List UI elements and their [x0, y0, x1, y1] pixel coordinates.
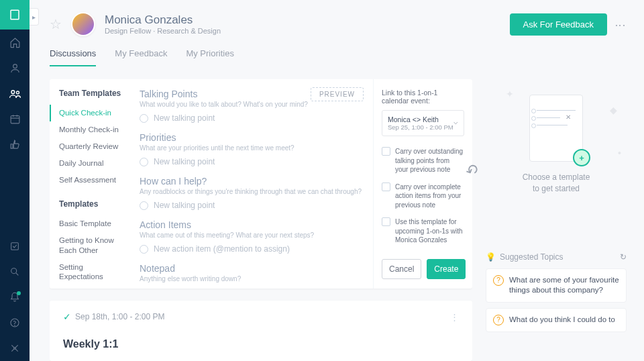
- svg-line-14: [16, 273, 19, 276]
- circle-icon: [140, 114, 148, 123]
- home-icon[interactable]: [0, 30, 30, 55]
- person-name: Monica Gonzales: [105, 13, 221, 27]
- tpl-quarterly-review[interactable]: Quarterly Review: [50, 138, 129, 155]
- note-date: ✓Sep 18th, 1:00 - 2:00 PM: [63, 311, 164, 322]
- suggested-topics: 💡 Suggested Topics ↻ ?What are some of y…: [486, 252, 627, 338]
- suggested-item[interactable]: ?What are some of your favourite things …: [486, 268, 627, 303]
- star-icon[interactable]: ☆: [50, 16, 62, 32]
- search-icon[interactable]: [0, 259, 30, 285]
- svg-point-6: [11, 90, 14, 93]
- help-icon[interactable]: [0, 310, 30, 336]
- event-name: Monica <> Keith: [388, 115, 458, 123]
- svg-rect-12: [11, 243, 19, 250]
- main: ☆ Monica Gonzales Design Fellow · Resear…: [30, 0, 644, 361]
- checkbox-use-template[interactable]: [382, 217, 390, 226]
- link-panel: Link to this 1-on-1 calendar event: Moni…: [373, 79, 472, 289]
- question-icon: ?: [493, 315, 504, 325]
- person-role: Design Fellow · Research & Design: [105, 27, 221, 35]
- tpl-heading-team: Team Templates: [59, 89, 129, 98]
- header: ☆ Monica Gonzales Design Fellow · Resear…: [30, 0, 644, 67]
- empty-caption: Choose a templateto get started: [486, 172, 627, 195]
- check-label: Carry over outstanding talking points fr…: [395, 147, 464, 174]
- preview-button[interactable]: PREVIEW: [311, 87, 364, 101]
- check-icon: ✓: [63, 311, 71, 322]
- section-subtitle: What would you like to talk about? What'…: [140, 101, 362, 108]
- event-time: Sep 25, 1:00 - 2:00 PM: [388, 123, 458, 131]
- svg-point-5: [13, 64, 17, 68]
- calendar-icon[interactable]: [0, 106, 30, 132]
- editor-body: PREVIEW Talking Points What would you li…: [129, 79, 373, 289]
- checkbox-carry-talking[interactable]: [382, 147, 390, 156]
- new-point-input[interactable]: New talking point: [140, 157, 362, 166]
- tabs: Discussions My Feedback My Priorities: [50, 48, 627, 67]
- section-title: Notepad: [140, 263, 362, 274]
- new-action-input[interactable]: New action item (@mention to assign): [140, 244, 362, 254]
- tpl-quick-checkin-2[interactable]: Quick Check-in: [50, 285, 129, 289]
- circle-icon: [140, 158, 148, 166]
- check-label: Use this template for upcoming 1-on-1s w…: [395, 217, 464, 245]
- sidebar-toggle[interactable]: ▸: [30, 8, 39, 25]
- section-subtitle: What came out of this meeting? What are …: [140, 231, 362, 239]
- team-icon[interactable]: [0, 81, 30, 106]
- thumbs-up-icon[interactable]: [0, 132, 30, 157]
- section-subtitle: Anything else worth writing down?: [140, 275, 362, 282]
- checkbox-carry-actions[interactable]: [382, 183, 390, 191]
- new-point-input[interactable]: New talking point: [140, 113, 362, 123]
- new-point-input[interactable]: New talking point: [140, 201, 362, 210]
- note-title: Weekly 1:1: [63, 338, 459, 350]
- question-icon: ?: [493, 275, 504, 286]
- section-subtitle: What are your priorities until the next …: [140, 144, 362, 152]
- tpl-self-assessment[interactable]: Self Assessment: [50, 172, 129, 189]
- create-button[interactable]: Create: [427, 259, 466, 279]
- editor-card: Team Templates Quick Check-in Monthly Ch…: [50, 79, 472, 289]
- suggested-heading: Suggested Topics: [500, 252, 564, 262]
- note-card[interactable]: ✓Sep 18th, 1:00 - 2:00 PM ⋮ Weekly 1:1: [50, 301, 472, 361]
- refresh-icon[interactable]: ↻: [620, 252, 627, 262]
- more-icon[interactable]: ⋮: [450, 312, 459, 322]
- app-logo[interactable]: [0, 0, 30, 30]
- nav-rail: [0, 0, 30, 361]
- lightbulb-icon: 💡: [486, 252, 496, 262]
- right-col: ✦ ◆ • + ↺ Choose a templateto get starte…: [486, 79, 627, 361]
- svg-point-13: [11, 268, 17, 274]
- svg-rect-8: [11, 115, 19, 123]
- checklist-icon[interactable]: [0, 234, 30, 259]
- ask-feedback-button[interactable]: Ask For Feedback: [510, 13, 608, 36]
- tab-discussions[interactable]: Discussions: [50, 48, 96, 66]
- circle-icon: [140, 245, 148, 254]
- suggested-item[interactable]: ?What do you think I could do to: [486, 308, 627, 332]
- template-sidebar: Team Templates Quick Check-in Monthly Ch…: [50, 79, 129, 289]
- tpl-setting-expectations[interactable]: Setting Expectations: [50, 259, 129, 286]
- svg-point-17: [14, 348, 16, 350]
- user-icon[interactable]: [0, 55, 30, 81]
- link-label: Link to this 1-on-1 calendar event:: [382, 89, 464, 105]
- svg-point-16: [15, 325, 15, 326]
- svg-rect-0: [11, 10, 19, 19]
- section-title: Priorities: [140, 132, 362, 143]
- more-icon[interactable]: ⋮: [614, 20, 627, 29]
- tab-my-feedback[interactable]: My Feedback: [115, 48, 167, 66]
- avatar[interactable]: [71, 12, 95, 36]
- settings-icon[interactable]: [0, 336, 30, 361]
- bell-icon[interactable]: [0, 285, 30, 310]
- tpl-monthly-checkin[interactable]: Monthly Check-in: [50, 121, 129, 138]
- tpl-getting-to-know[interactable]: Getting to Know Each Other: [50, 232, 129, 259]
- tpl-daily-journal[interactable]: Daily Journal: [50, 155, 129, 172]
- cancel-button[interactable]: Cancel: [382, 259, 421, 279]
- tpl-heading-other: Templates: [59, 199, 129, 209]
- empty-state-illustration: ✦ ◆ • + ↺: [486, 91, 627, 165]
- tpl-quick-checkin[interactable]: Quick Check-in: [50, 105, 129, 121]
- section-subtitle: Any roadblocks or things you're thinking…: [140, 188, 362, 195]
- plus-icon: +: [573, 149, 590, 166]
- section-title: Action Items: [140, 219, 362, 230]
- event-dropdown[interactable]: Monica <> Keith Sep 25, 1:00 - 2:00 PM: [382, 110, 464, 136]
- circle-icon: [140, 201, 148, 210]
- section-title: How can I help?: [140, 176, 362, 187]
- tpl-basic[interactable]: Basic Template: [50, 215, 129, 232]
- check-label: Carry over incomplete action items from …: [395, 183, 464, 210]
- svg-point-7: [16, 91, 19, 93]
- tab-my-priorities[interactable]: My Priorities: [186, 48, 234, 66]
